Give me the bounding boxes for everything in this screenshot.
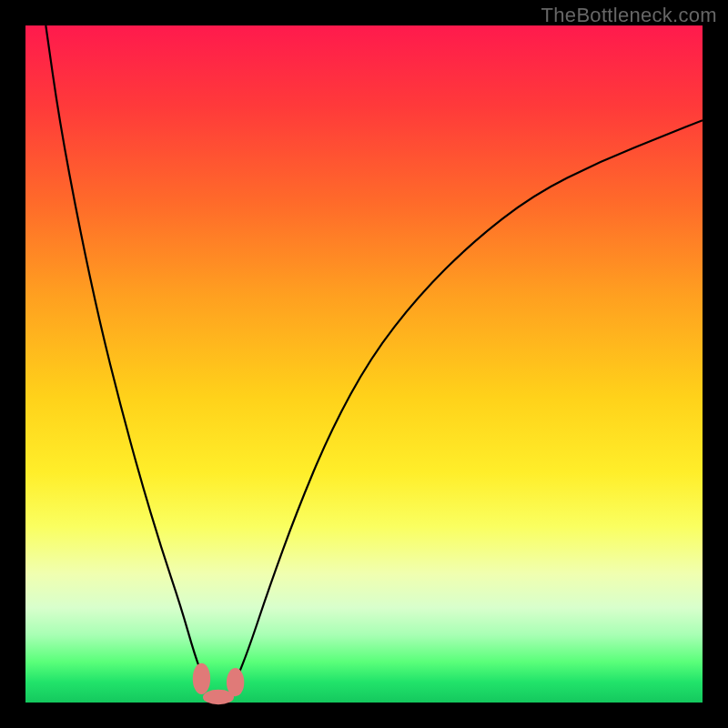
optimum-marker (193, 663, 210, 694)
optimum-marker (227, 668, 244, 696)
curve-right-branch (236, 120, 703, 682)
curve-left-branch (46, 25, 205, 682)
optimum-markers (193, 663, 245, 704)
outer-frame: TheBottleneck.com (0, 0, 728, 728)
chart-plot-area (25, 25, 703, 703)
watermark-text: TheBottleneck.com (541, 4, 717, 27)
bottleneck-curve-svg (25, 25, 703, 703)
